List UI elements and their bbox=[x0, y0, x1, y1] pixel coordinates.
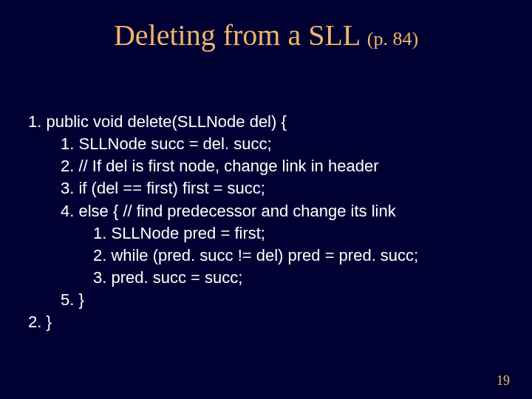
code-line: 3. if (del == first) first = succ; bbox=[28, 177, 418, 200]
code-line: 1. SLLNode pred = first; bbox=[28, 222, 418, 245]
code-line: 1. public void delete(SLLNode del) { bbox=[28, 111, 418, 133]
code-line: 3. pred. succ = succ; bbox=[28, 267, 418, 289]
code-line: 5. } bbox=[28, 289, 418, 311]
code-line: 2. while (pred. succ != del) pred = pred… bbox=[28, 245, 418, 267]
title-main: Deleting from a SLL bbox=[114, 18, 367, 52]
page-number: 19 bbox=[497, 373, 510, 389]
title-sub: (p. 84) bbox=[367, 28, 418, 50]
code-line: 2. } bbox=[28, 311, 418, 333]
code-line: 2. // If del is first node, change link … bbox=[28, 155, 418, 177]
code-line: 4. else { // find predecessor and change… bbox=[28, 200, 418, 222]
code-line: 1. SLLNode succ = del. succ; bbox=[28, 133, 418, 155]
slide-title: Deleting from a SLL (p. 84) bbox=[0, 18, 532, 52]
slide: Deleting from a SLL (p. 84) 1. public vo… bbox=[0, 0, 532, 399]
code-block: 1. public void delete(SLLNode del) { 1. … bbox=[28, 111, 418, 333]
